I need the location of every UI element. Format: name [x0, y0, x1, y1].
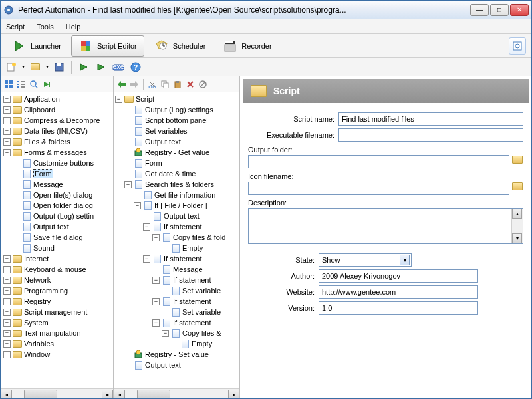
- menu-help[interactable]: Help: [66, 23, 81, 31]
- cut-icon[interactable]: [147, 79, 158, 90]
- left-hscroll[interactable]: ◂▸: [1, 388, 113, 399]
- minimize-button[interactable]: —: [470, 4, 489, 16]
- tree-item[interactable]: +Data files (INI,CSV): [1, 126, 113, 136]
- tree-item[interactable]: Save file dialog: [1, 232, 113, 243]
- expand-toggle[interactable]: +: [3, 128, 11, 135]
- disable-icon[interactable]: [198, 79, 208, 90]
- exe-icon[interactable]: exe: [112, 61, 125, 74]
- expand-toggle[interactable]: −: [3, 149, 11, 156]
- list-icon[interactable]: [16, 79, 27, 90]
- tree-item[interactable]: Open folder dialog: [1, 200, 113, 211]
- expand-toggle[interactable]: +: [3, 340, 11, 348]
- expand-toggle[interactable]: +: [3, 298, 11, 305]
- tree-item[interactable]: +Compress & Decompre: [1, 115, 113, 126]
- close-button[interactable]: ✕: [510, 4, 529, 16]
- menu-script[interactable]: Script: [6, 23, 25, 31]
- tree-item[interactable]: Script bottom panel: [114, 115, 239, 126]
- tree-item[interactable]: Output (Log) settings: [114, 104, 239, 115]
- tree-item[interactable]: +Files & folders: [1, 136, 113, 147]
- version-input[interactable]: [319, 301, 478, 315]
- tree-item[interactable]: Output text: [114, 360, 239, 370]
- tree-item[interactable]: −If statement: [114, 296, 239, 307]
- expand-toggle[interactable]: +: [3, 319, 11, 327]
- expand-toggle[interactable]: −: [143, 223, 150, 231]
- expand-toggle[interactable]: −: [124, 181, 132, 188]
- mid-hscroll[interactable]: ◂▸: [114, 388, 239, 399]
- tree-item[interactable]: −If statement: [114, 253, 239, 264]
- search-icon[interactable]: [29, 79, 39, 90]
- copy-icon[interactable]: [160, 79, 170, 90]
- expand-toggle[interactable]: +: [3, 287, 11, 295]
- tree-item[interactable]: +Programming: [1, 285, 113, 296]
- website-input[interactable]: [319, 285, 478, 299]
- tree-item[interactable]: Empty: [114, 243, 239, 253]
- tree-item[interactable]: Get file information: [114, 190, 239, 200]
- tree-item[interactable]: +Registry: [1, 296, 113, 307]
- tree-item[interactable]: Set variable: [114, 285, 239, 296]
- tree-item[interactable]: Get date & time: [114, 168, 239, 179]
- expand-toggle[interactable]: +: [3, 351, 11, 358]
- tree-item[interactable]: Registry - Get value: [114, 147, 239, 158]
- back-icon[interactable]: [116, 79, 127, 90]
- commands-tree[interactable]: +Application+Clipboard+Compress & Decomp…: [1, 92, 113, 388]
- goto-icon[interactable]: [41, 79, 52, 90]
- expand-toggle[interactable]: +: [3, 309, 11, 316]
- expand-toggle[interactable]: +: [3, 330, 11, 337]
- script-editor-mode-button[interactable]: Script Editor: [71, 35, 144, 57]
- script-name-input[interactable]: [338, 112, 523, 126]
- description-textarea[interactable]: ▴▾: [248, 208, 523, 244]
- tree-item[interactable]: Output text: [1, 221, 113, 232]
- expand-toggle[interactable]: −: [143, 255, 150, 263]
- tree-item[interactable]: +Clipboard: [1, 104, 113, 115]
- tree-item[interactable]: Form: [114, 158, 239, 168]
- expand-toggle[interactable]: −: [162, 330, 169, 337]
- tree-item[interactable]: +Window: [1, 349, 113, 360]
- forward-icon[interactable]: [129, 79, 140, 90]
- script-tree[interactable]: −ScriptOutput (Log) settingsScript botto…: [114, 92, 239, 388]
- expand-toggle[interactable]: −: [152, 298, 160, 305]
- save-icon[interactable]: [53, 61, 66, 74]
- expand-toggle[interactable]: +: [3, 277, 11, 284]
- grid-icon[interactable]: [3, 79, 14, 90]
- scheduler-mode-button[interactable]: Scheduler: [147, 35, 213, 57]
- tree-item[interactable]: +Internet: [1, 253, 113, 264]
- tree-item[interactable]: −If [ File / Folder ]: [114, 200, 239, 211]
- tree-item[interactable]: −Script: [114, 94, 239, 104]
- recorder-mode-button[interactable]: Recorder: [215, 35, 279, 57]
- settings-button[interactable]: [509, 37, 526, 55]
- tree-item[interactable]: Sound: [1, 243, 113, 253]
- paste-icon[interactable]: [172, 79, 183, 90]
- tree-item[interactable]: Output text: [114, 136, 239, 147]
- tree-item[interactable]: Form: [1, 168, 113, 179]
- delete-icon[interactable]: [185, 79, 196, 90]
- tree-item[interactable]: Set variable: [114, 307, 239, 317]
- tree-item[interactable]: Registry - Set value: [114, 349, 239, 360]
- expand-toggle[interactable]: −: [152, 234, 160, 241]
- expand-toggle[interactable]: −: [152, 277, 160, 284]
- run-step-icon[interactable]: [94, 61, 108, 74]
- tree-item[interactable]: +Network: [1, 275, 113, 285]
- expand-toggle[interactable]: +: [3, 117, 11, 124]
- tree-item[interactable]: Output (Log) settin: [1, 211, 113, 221]
- tree-item[interactable]: +System: [1, 317, 113, 328]
- run-icon[interactable]: [77, 61, 90, 74]
- expand-toggle[interactable]: +: [3, 96, 11, 103]
- author-input[interactable]: [319, 269, 478, 283]
- expand-toggle[interactable]: −: [152, 319, 160, 327]
- help-icon[interactable]: ?: [129, 61, 142, 74]
- tree-item[interactable]: Open file(s) dialog: [1, 190, 113, 200]
- tree-item[interactable]: −If statement: [114, 221, 239, 232]
- tree-item[interactable]: Set variables: [114, 126, 239, 136]
- expand-toggle[interactable]: +: [3, 138, 11, 146]
- expand-toggle[interactable]: −: [115, 96, 122, 103]
- icon-filename-input[interactable]: [248, 182, 509, 195]
- browse-icon-button[interactable]: [512, 182, 523, 194]
- browse-folder-button[interactable]: [512, 156, 523, 168]
- tree-item[interactable]: −If statement: [114, 275, 239, 285]
- tree-item[interactable]: Output text: [114, 211, 239, 221]
- expand-toggle[interactable]: −: [134, 202, 141, 209]
- tree-item[interactable]: Message: [1, 179, 113, 190]
- tree-item[interactable]: −If statement: [114, 317, 239, 328]
- expand-toggle[interactable]: +: [3, 106, 11, 114]
- launcher-mode-button[interactable]: Launcher: [5, 35, 68, 57]
